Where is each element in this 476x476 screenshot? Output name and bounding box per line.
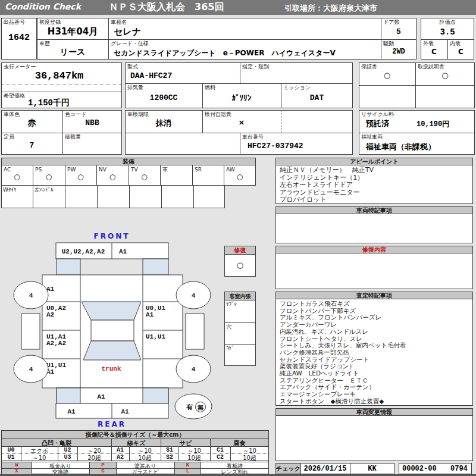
lot-number-label: 出品番号 — [4, 19, 25, 25]
cabin-item-tear: ﾔﾌﾞﾚ — [226, 301, 237, 307]
divider — [359, 133, 475, 133]
welfare-value: 福祉車両（非課税） — [366, 142, 436, 152]
legend-code: U1 — [1, 454, 21, 461]
roof — [91, 320, 134, 341]
doors-label: ドア数 — [383, 19, 399, 25]
rear-pillar-left — [57, 388, 80, 403]
presence-have: 有 — [186, 403, 193, 411]
model-code-label: 型式 — [127, 64, 138, 70]
fuel-value: ｶﾞｿﾘﾝ — [202, 93, 281, 102]
divider — [125, 83, 353, 84]
front-pillar-left — [57, 259, 80, 275]
condition-check-logo: Condition Check — [5, 2, 81, 11]
displacement-label: 排気量 — [127, 84, 143, 90]
divider — [65, 185, 65, 208]
rear-label: REAR — [98, 420, 126, 428]
divider — [281, 110, 281, 133]
equip-mark-tv: ○ — [129, 173, 160, 181]
equip-label-tv: TV — [131, 167, 138, 173]
history-label: 車歴 — [39, 40, 50, 46]
assessment-line: パンク修理器具一部欠品 — [280, 349, 406, 356]
divider — [192, 165, 193, 186]
rear-right-wheel-mark: 4 — [192, 366, 196, 373]
class-label: 指定・類別 — [242, 64, 269, 70]
appeal-lines: 純正ＮＶ（メモリー） 純正TV インテリジェントキー（1） 左右オートスライドド… — [280, 167, 374, 204]
appeal-line: 左右オートスライドドア — [280, 181, 374, 189]
trunk-label: trunk — [101, 365, 121, 372]
cabin-box — [224, 300, 256, 366]
equip-mark-ac: ○ — [1, 173, 33, 181]
price-value: 1,150千円 — [1, 98, 96, 108]
mission-value: DAT — [281, 93, 353, 102]
equip-extra-wtire: Wﾀｲﾔ — [3, 187, 16, 193]
change-info-box — [275, 415, 473, 461]
auction-title: ＮＰＳ大阪入札会 365回 — [109, 1, 224, 14]
recycle-label: リサイクル料 — [361, 111, 394, 117]
equip-label-ps: PS — [35, 167, 42, 173]
right-rear-door-marks: U1,U1 — [146, 333, 165, 340]
legend-code: S2 — [161, 454, 178, 461]
divider — [33, 185, 33, 208]
exterior-grade: C — [421, 48, 447, 56]
capacity-value: 7 — [1, 141, 62, 150]
displacement-value: 1200CC — [125, 93, 202, 102]
front-label: FRONT — [94, 232, 130, 240]
color-code-label: 色コード — [65, 111, 86, 117]
legend-code-g: G — [90, 469, 116, 474]
pickup-location: 引取場所：大阪府泉大津市 — [284, 3, 377, 14]
equip-label-sr: SR — [195, 167, 202, 173]
legend-code: U2 — [58, 447, 77, 453]
interior-label: 内装 — [450, 40, 461, 46]
color-code-value: NBB — [62, 118, 122, 127]
rear-bumper-right-marks: A1 — [121, 408, 129, 415]
model-name-value: セレナ — [114, 26, 141, 37]
presence-none: 無 — [197, 404, 203, 411]
capacity-label: 定員 — [4, 134, 14, 140]
front-bumper-right-marks: A1 — [119, 248, 127, 255]
inspection-label: 車検期限 — [127, 111, 149, 117]
left-step-rail — [21, 314, 40, 349]
divider — [240, 62, 240, 83]
drive-label: 駆動 — [383, 40, 394, 46]
check-date: 2026/01/15 — [300, 465, 350, 473]
legend-code: C1 — [210, 447, 230, 453]
first-registration-label: 初度登録 — [39, 19, 61, 25]
grade-label: グレード・仕様 — [111, 40, 149, 46]
assessment-line: フロントガラス飛石キズ — [280, 300, 406, 308]
divider — [97, 185, 98, 208]
legend-group-dent: 凸凹・亀裂 — [1, 439, 112, 447]
divider — [125, 133, 353, 133]
rear-window — [83, 341, 141, 360]
front-left-wheel-mark: 4 — [29, 292, 33, 299]
warranty-mark: ○ — [359, 71, 415, 80]
legend-group-rust: サビ — [161, 439, 211, 447]
interior-grade: C — [447, 48, 474, 56]
check-inspector: KK — [350, 465, 394, 473]
serial-code-1: 00002-00 — [402, 465, 437, 473]
history-value: リース — [37, 47, 108, 58]
right-step-rail — [186, 314, 204, 349]
divider — [129, 185, 130, 208]
equipment-title: 装備 — [1, 158, 256, 165]
repair-box — [275, 253, 473, 289]
legend-code: U0 — [1, 447, 21, 453]
presence-ellipse — [175, 394, 212, 419]
equip-label-aw: AW — [226, 167, 235, 173]
legend-code: A1 — [111, 447, 129, 453]
equip-mark-nv: ○ — [96, 173, 129, 181]
divider — [108, 18, 109, 60]
load-label: 積載量 — [65, 134, 81, 140]
left-front-door-marks-2: A2 — [46, 311, 54, 318]
assessment-line: スタートボタン ◆横滑り防止装置◆ — [280, 398, 406, 405]
exterior-label: 外装 — [423, 40, 434, 46]
legend-code-k: K — [175, 462, 201, 468]
vehicle-notes-box — [275, 214, 473, 243]
front-bumper-left-marks: U2,U2,A2,A2 — [62, 248, 105, 255]
equip-mark-ps: ○ — [33, 173, 65, 181]
legend-code-x: X — [2, 469, 32, 474]
front-pillar-right — [143, 259, 168, 275]
assessment-lines: フロントガラス飛石キズ フロントバンパー下部キズ アルミキズ、フロントバンパーズ… — [280, 300, 406, 405]
legend-code-w: W — [2, 462, 32, 468]
legend-group-corrosion: 腐食 — [210, 439, 269, 447]
doors-value: 5 — [381, 27, 416, 36]
